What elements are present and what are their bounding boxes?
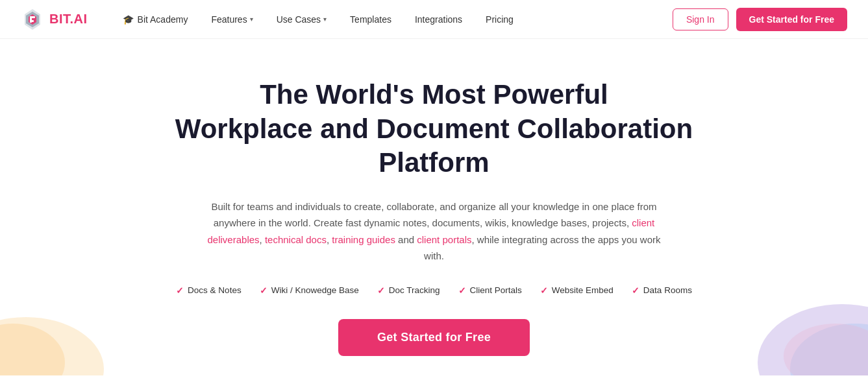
svg-rect-4 bbox=[30, 16, 35, 18]
feature-data-rooms: ✓ Data Rooms bbox=[632, 285, 692, 296]
nav-bit-academy-label: Bit Academy bbox=[138, 14, 188, 25]
check-icon: ✓ bbox=[260, 285, 267, 296]
chevron-down-icon: ▾ bbox=[250, 16, 253, 23]
nav-templates[interactable]: Templates bbox=[341, 9, 401, 30]
check-icon: ✓ bbox=[540, 285, 548, 296]
nav-actions: Sign In Get Started for Free bbox=[673, 8, 847, 31]
technical-docs-link[interactable]: technical docs bbox=[265, 234, 327, 245]
feature-docs-notes-label: Docs & Notes bbox=[188, 285, 242, 295]
svg-point-8 bbox=[758, 304, 868, 375]
navbar: BIT.AI 🎓 Bit Academy Features ▾ Use Case… bbox=[0, 0, 868, 39]
logo[interactable]: BIT.AI bbox=[21, 8, 88, 31]
features-list: ✓ Docs & Notes ✓ Wiki / Knowedge Base ✓ … bbox=[176, 285, 692, 296]
svg-point-7 bbox=[0, 324, 65, 375]
feature-wiki-label: Wiki / Knowedge Base bbox=[271, 285, 359, 295]
check-icon: ✓ bbox=[458, 285, 466, 296]
feature-doc-tracking: ✓ Doc Tracking bbox=[377, 285, 440, 296]
nav-templates-label: Templates bbox=[350, 14, 391, 25]
nav-pricing-label: Pricing bbox=[486, 14, 514, 25]
nav-use-cases[interactable]: Use Cases ▾ bbox=[267, 9, 336, 30]
signin-button[interactable]: Sign In bbox=[673, 8, 728, 30]
nav-features[interactable]: Features ▾ bbox=[202, 9, 262, 30]
feature-wiki: ✓ Wiki / Knowedge Base bbox=[260, 285, 359, 296]
nav-use-cases-label: Use Cases bbox=[277, 14, 321, 25]
hero-section: The World's Most Powerful Workplace and … bbox=[0, 39, 868, 375]
logo-text: BIT.AI bbox=[49, 12, 88, 27]
check-icon: ✓ bbox=[632, 285, 639, 296]
feature-docs-notes: ✓ Docs & Notes bbox=[176, 285, 242, 296]
chevron-down-icon: ▾ bbox=[323, 16, 327, 23]
svg-point-6 bbox=[0, 317, 104, 375]
training-guides-link[interactable]: training guides bbox=[332, 234, 395, 245]
academy-icon: 🎓 bbox=[123, 14, 134, 25]
decorative-blob-left bbox=[0, 291, 117, 375]
feature-client-portals-label: Client Portals bbox=[470, 285, 522, 295]
get-started-nav-button[interactable]: Get Started for Free bbox=[736, 8, 847, 31]
decorative-blob-right bbox=[738, 291, 868, 375]
nav-pricing[interactable]: Pricing bbox=[477, 9, 523, 30]
check-icon: ✓ bbox=[377, 285, 385, 296]
check-icon: ✓ bbox=[176, 285, 184, 296]
svg-point-10 bbox=[784, 324, 868, 375]
get-started-hero-button[interactable]: Get Started for Free bbox=[338, 319, 530, 356]
nav-integrations[interactable]: Integrations bbox=[406, 9, 471, 30]
feature-client-portals: ✓ Client Portals bbox=[458, 285, 522, 296]
feature-website-embed-label: Website Embed bbox=[552, 285, 614, 295]
client-portals-link[interactable]: client portals bbox=[417, 234, 471, 245]
nav-features-label: Features bbox=[211, 14, 247, 25]
hero-title: The World's Most Powerful Workplace and … bbox=[142, 78, 726, 180]
feature-doc-tracking-label: Doc Tracking bbox=[389, 285, 440, 295]
svg-rect-5 bbox=[30, 20, 34, 22]
nav-links: 🎓 Bit Academy Features ▾ Use Cases ▾ Tem… bbox=[114, 9, 673, 30]
nav-integrations-label: Integrations bbox=[415, 14, 462, 25]
feature-website-embed: ✓ Website Embed bbox=[540, 285, 614, 296]
svg-point-9 bbox=[790, 324, 868, 375]
feature-data-rooms-label: Data Rooms bbox=[643, 285, 692, 295]
nav-bit-academy[interactable]: 🎓 Bit Academy bbox=[114, 9, 197, 30]
hero-subtitle: Built for teams and individuals to creat… bbox=[201, 198, 668, 265]
